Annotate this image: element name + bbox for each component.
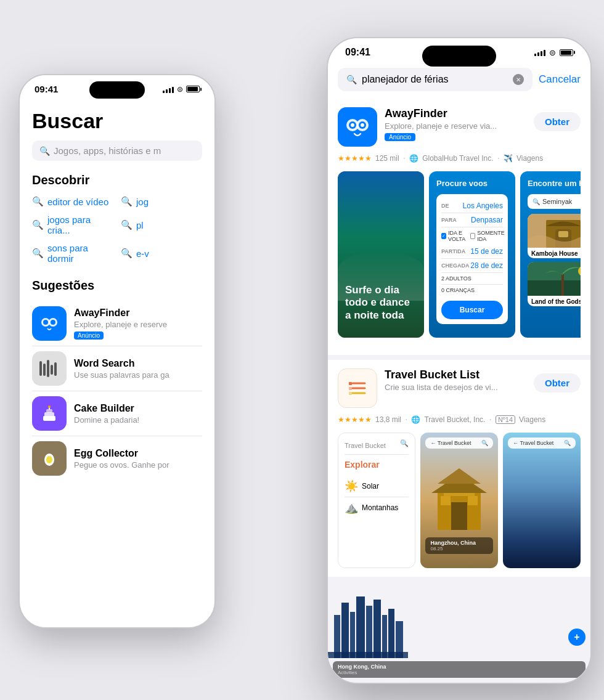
svg-point-15: [46, 456, 52, 463]
divider: [328, 355, 590, 360]
suggestion-text: pl: [136, 220, 144, 230]
screenshots-row: Sete dias em Bali Surfe o dia todo e dan…: [338, 171, 581, 338]
flight-to-row: PARA Denpasar: [441, 213, 503, 227]
app-icon-cakebuilder: [32, 396, 67, 431]
app-icon-eggcollector: [32, 441, 67, 476]
svg-rect-38: [451, 502, 467, 530]
flight-departure-row: PARTIDA 15 de dez: [441, 245, 503, 259]
signal-icon: [163, 86, 174, 93]
wifi-icon: ⊜: [177, 85, 183, 94]
obter-button[interactable]: Obter: [534, 112, 581, 131]
hotel-search-bar: 🔍 Seminyak: [528, 194, 581, 209]
screenshot-bali: Sete dias em Bali Surfe o dia todo e dan…: [338, 171, 424, 338]
search-icon-small: 🔍: [32, 219, 44, 230]
svg-point-2: [43, 320, 48, 325]
flight-from-row: DE Los Angeles: [441, 199, 503, 213]
svg-rect-6: [47, 360, 49, 377]
developer-info: GlobalHub Travel Inc.: [422, 154, 493, 163]
svg-point-3: [51, 320, 55, 325]
suggestion-item[interactable]: 🔍 jogos para cria...: [32, 214, 113, 235]
buscar-flight-button[interactable]: Buscar: [441, 301, 503, 319]
suggestion-item[interactable]: 🔍 pl: [121, 214, 202, 235]
second-app-desc: Crie sua lista de desejos de vi...: [385, 383, 526, 392]
hotel-card-2: Land of the Gods Inn: [528, 262, 581, 306]
review-count: 125 mil: [375, 154, 399, 163]
second-app-meta: ★★★★★ 13,8 mil · 🌐 Travel Bucket, Inc. ·…: [338, 414, 581, 425]
second-app-card: Travel Bucket List Crie sua lista de des…: [328, 360, 590, 577]
search-icon-small: 🔍: [32, 196, 44, 207]
app-name: AwayFinder: [74, 307, 202, 319]
phone-front: 09:41 ⊜ 🔍 planejador de férias ✕: [327, 37, 592, 684]
suggestion-text-group: Cake Builder Domine a padaria!: [74, 403, 202, 425]
search-query: planejador de férias: [362, 74, 508, 85]
search-bar-back[interactable]: 🔍 Jogos, apps, histórias e m: [32, 140, 202, 161]
search-icon: 🔍: [346, 75, 357, 84]
svg-rect-25: [558, 231, 568, 237]
app-icon-awayfinder: [32, 306, 67, 341]
flight-options-row: ✓ IDA E VOLTA SOMENTE IDA: [441, 227, 503, 245]
flight-children-row: 0 CRIANÇAS: [441, 285, 503, 296]
suggestion-item[interactable]: 🔍 editor de vídeo: [32, 196, 113, 207]
app-desc: Explore, planeje e reserve via...: [385, 121, 526, 131]
category-tag: Viagens: [519, 415, 545, 424]
search-placeholder: Jogos, apps, histórias e m: [54, 145, 161, 156]
second-app-info: Travel Bucket List Crie sua lista de des…: [385, 368, 526, 392]
suggestion-text: editor de vídeo: [47, 197, 108, 207]
app-desc: Pegue os ovos. Ganhe por: [74, 460, 202, 470]
hotel-card-image-2: [528, 262, 581, 296]
app-name: AwayFinder: [385, 107, 526, 120]
list-item[interactable]: Cake Builder Domine a padaria!: [32, 391, 202, 436]
screenshot-flight: Procure voos DE Los Angeles PARA Denpasa…: [429, 171, 515, 338]
hotel-card-name-2: Land of the Gods Inn: [528, 296, 581, 306]
second-obter-button[interactable]: Obter: [534, 373, 581, 393]
developer-info: Travel Bucket, Inc.: [424, 415, 485, 424]
flight-title: Procure voos: [436, 179, 508, 188]
wifi-icon: ⊜: [549, 48, 556, 57]
app-name: Word Search: [74, 358, 202, 369]
travel-screenshots-row: Travel Bucket 🔍 Explorar ☀️ Solar ⛰️ Mon…: [338, 433, 581, 568]
search-bar-front[interactable]: 🔍 planejador de férias ✕: [338, 68, 533, 91]
search-icon-small: 🔍: [121, 248, 133, 259]
search-suggestions: 🔍 editor de vídeo 🔍 jog 🔍 jogos para cri…: [32, 196, 202, 264]
app-name: Egg Collector: [74, 448, 202, 459]
signal-icon: [534, 49, 545, 56]
list-item[interactable]: Word Search Use suas palavras para ga: [32, 346, 202, 391]
svg-rect-40: [468, 496, 478, 505]
battery-icon: [186, 86, 200, 92]
search-icon-small: 🔍: [533, 198, 540, 205]
dynamic-island-front: [422, 46, 496, 67]
suggestion-item[interactable]: 🔍 sons para dormir: [32, 243, 113, 264]
flight-arrival-row: CHEGADA 28 de dez: [441, 259, 503, 273]
app-desc: Use suas palavras para ga: [74, 370, 202, 380]
screenshot-hotel: Encontre um hotel 🔍 Seminyak: [520, 171, 581, 338]
status-bar-front: 09:41 ⊜: [328, 38, 590, 63]
second-app-name: Travel Bucket List: [385, 368, 526, 381]
svg-rect-34: [349, 387, 352, 390]
review-count: 13,8 mil: [375, 415, 401, 424]
hotel-card-image-1: [528, 214, 581, 248]
dynamic-island-back: [89, 81, 145, 99]
back-phone-content: Buscar 🔍 Jogos, apps, histórias e m Desc…: [20, 99, 214, 490]
list-item[interactable]: AwayFinder Explore, planeje e reserve An…: [32, 301, 202, 346]
cancel-button[interactable]: Cancelar: [539, 73, 581, 86]
travel-screenshot-1: Travel Bucket 🔍 Explorar ☀️ Solar ⛰️ Mon…: [338, 433, 415, 568]
svg-rect-4: [39, 361, 42, 376]
list-item[interactable]: Egg Collector Pegue os ovos. Ganhe por: [32, 436, 202, 481]
svg-rect-5: [43, 364, 46, 376]
status-time-back: 09:41: [35, 84, 58, 94]
suggestion-item[interactable]: 🔍 e-v: [121, 243, 202, 264]
bali-main-text: Surfe o dia todo e dance a noite toda: [345, 284, 417, 322]
suggestion-item[interactable]: 🔍 jog: [121, 196, 202, 207]
search-icon-small: 🔍: [121, 196, 133, 207]
suggestion-text-group: Egg Collector Pegue os ovos. Ganhe por: [74, 448, 202, 470]
app-desc: Explore, planeje e reserve: [74, 320, 202, 329]
search-icon-small: 🔍: [121, 219, 133, 230]
app-meta: ★★★★★ 125 mil · 🌐 GlobalHub Travel Inc. …: [338, 153, 581, 164]
status-icons-back: ⊜: [163, 85, 200, 94]
clear-button[interactable]: ✕: [513, 74, 524, 85]
buscar-title: Buscar: [32, 109, 202, 133]
app-icon-travel-bucket: [338, 368, 377, 408]
anuncio-badge: Anúncio: [385, 133, 415, 141]
app-icon-awayfinder-large: [338, 107, 377, 147]
svg-point-13: [48, 405, 51, 408]
